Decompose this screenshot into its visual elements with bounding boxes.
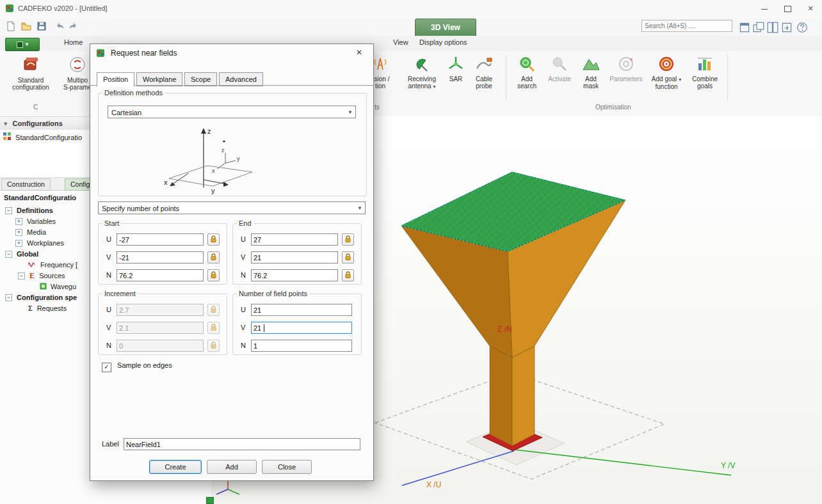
close-button[interactable]: ✕: [799, 0, 822, 17]
dialog-close-icon[interactable]: ✕: [346, 44, 372, 61]
dialog-tab-advanced[interactable]: Advanced: [219, 72, 263, 86]
svg-text:z: z: [222, 147, 225, 154]
end-v-lock-button[interactable]: [342, 251, 354, 264]
points-v-field[interactable]: [251, 322, 352, 334]
collapse-arrow-icon: ▾: [4, 120, 8, 127]
tree-expander-icon[interactable]: −: [5, 294, 12, 301]
search-input[interactable]: [641, 20, 732, 32]
increment-v-field: [117, 322, 204, 334]
sample-on-edges-checkbox[interactable]: ✓ Sample on edges: [102, 361, 172, 372]
field-points-group: Number of field points U V N: [232, 290, 362, 355]
start-group: Start U V: [98, 219, 227, 285]
combine-goals-icon: [695, 54, 714, 74]
new-file-icon[interactable]: [5, 20, 17, 32]
points-u-field[interactable]: [251, 304, 352, 316]
dialog-tab-scope[interactable]: Scope: [184, 72, 217, 86]
label-caption: Label: [102, 440, 119, 448]
svg-text:x: x: [164, 178, 168, 186]
add-search-button[interactable]: Add search: [511, 54, 543, 102]
svg-text:x: x: [212, 168, 215, 174]
tab-construction[interactable]: Construction: [1, 178, 51, 191]
start-v-field[interactable]: [117, 251, 204, 264]
parameters-icon: [616, 54, 636, 74]
close-dialog-button[interactable]: Close: [262, 460, 312, 474]
sar-icon: [446, 54, 465, 74]
create-button[interactable]: Create: [149, 460, 202, 474]
app-icon: [5, 4, 14, 13]
start-u-field[interactable]: [117, 233, 204, 246]
end-u-lock-button[interactable]: [342, 233, 354, 246]
combine-goals-button[interactable]: Combine goals: [688, 54, 722, 102]
dialog-titlebar[interactable]: Request near fields ✕: [90, 44, 373, 62]
tree-expander-icon[interactable]: −: [5, 207, 12, 214]
standard-configuration-button[interactable]: Standard configuration: [5, 54, 56, 102]
sar-button[interactable]: SAR: [444, 54, 467, 102]
points-mode-combobox[interactable]: Specify number of points ▼: [98, 201, 366, 214]
add-mask-icon: [581, 54, 600, 74]
cable-probe-button[interactable]: Cable probe: [469, 54, 499, 102]
points-n-field[interactable]: [251, 340, 352, 352]
label-field[interactable]: [124, 438, 360, 450]
feed-right-face: [512, 346, 535, 446]
tree-expander-icon[interactable]: +: [15, 218, 22, 225]
app-menu-arrow-icon: ▾: [26, 41, 29, 47]
tree-expander-icon[interactable]: +: [15, 229, 22, 236]
sigma-icon: Σ: [28, 304, 33, 312]
open-file-icon[interactable]: [20, 20, 32, 32]
ribbon-separator: [506, 54, 506, 100]
configuration-item[interactable]: StandardConfiguratio: [3, 132, 82, 143]
receiving-antenna-button[interactable]: Receiving antenna ▾: [402, 54, 442, 102]
tab-display-options[interactable]: Display options: [419, 38, 467, 46]
undo-icon[interactable]: [54, 20, 65, 32]
dialog-tab-workplane[interactable]: Workplane: [136, 72, 182, 86]
new-window-icon[interactable]: [781, 22, 793, 33]
end-group: End U V: [232, 219, 362, 285]
restore-view-icon[interactable]: [739, 22, 750, 33]
end-n-field[interactable]: [251, 269, 338, 281]
lock-icon: [209, 341, 218, 349]
add-goal-function-icon: [657, 54, 676, 74]
start-n-lock-button[interactable]: [207, 269, 220, 281]
minimize-button[interactable]: [753, 0, 776, 17]
activate-button: Activate: [544, 54, 575, 102]
combobox-arrow-icon: ▼: [357, 203, 362, 214]
feed-left-face: [490, 346, 512, 446]
start-n-field[interactable]: [117, 269, 204, 281]
optimisation-group-label: Optimisation: [595, 104, 631, 111]
cable-probe-icon: [474, 54, 494, 74]
status-indicator-icon: [206, 497, 214, 504]
application-menu-button[interactable]: ▾: [5, 38, 40, 51]
y-axis-line: [515, 450, 731, 475]
tree-expander-icon[interactable]: +: [15, 240, 22, 247]
add-button[interactable]: Add: [207, 460, 257, 474]
view-tab-3d[interactable]: 3D View: [415, 19, 476, 36]
increment-u-lock-button: [207, 304, 220, 316]
end-n-lock-button[interactable]: [342, 269, 354, 281]
definition-method-combobox[interactable]: Cartesian ▼: [108, 106, 356, 118]
lock-icon: [344, 253, 352, 261]
add-goal-function-button[interactable]: Add goal ▾ function: [648, 54, 685, 102]
cascade-windows-icon[interactable]: [753, 22, 764, 33]
sample-on-edges-label: Sample on edges: [117, 361, 172, 369]
configurations-group-label: C: [33, 104, 38, 111]
standard-configuration-icon: [20, 54, 41, 75]
lock-icon: [344, 271, 352, 279]
dialog-tab-position[interactable]: Position: [97, 72, 134, 87]
tab-home[interactable]: Home: [64, 38, 83, 46]
save-icon[interactable]: [36, 20, 47, 32]
end-v-field[interactable]: [251, 251, 338, 264]
maximize-button[interactable]: [776, 0, 799, 17]
redo-icon[interactable]: [68, 20, 79, 32]
tree-expander-icon[interactable]: −: [18, 272, 25, 280]
tree-expander-icon[interactable]: −: [5, 251, 12, 258]
lock-icon: [209, 305, 218, 313]
tab-view[interactable]: View: [393, 38, 408, 46]
start-u-lock-button[interactable]: [207, 233, 220, 246]
add-mask-button[interactable]: Add mask: [576, 54, 606, 102]
help-icon[interactable]: [796, 22, 808, 33]
ribbon-separator: [727, 54, 728, 100]
tile-windows-icon[interactable]: [767, 22, 778, 33]
checkbox-check-icon: ✓: [102, 363, 111, 372]
start-v-lock-button[interactable]: [207, 251, 220, 264]
end-u-field[interactable]: [251, 233, 338, 246]
